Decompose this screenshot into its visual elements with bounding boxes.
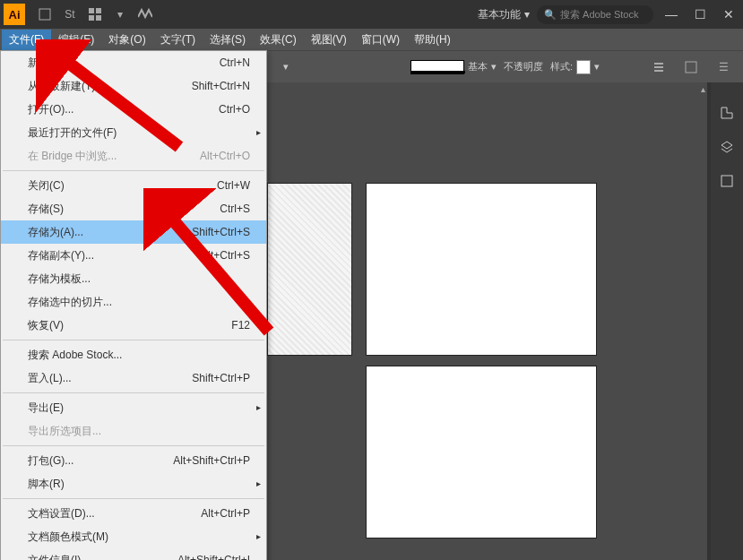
stroke-preview[interactable] [410,60,464,74]
gpu-icon[interactable] [134,4,156,25]
artboard-2[interactable] [366,183,597,356]
menu-item-label: 恢复(V) [28,317,64,333]
menu-item[interactable]: 最近打开的文件(F) [1,121,266,144]
chevron-down-icon[interactable]: ▾ [594,61,600,73]
menu-select[interactable]: 选择(S) [203,30,253,50]
svg-rect-1 [89,8,94,13]
scroll-up-icon[interactable]: ▴ [696,82,709,95]
menu-separator [3,445,264,446]
stock-icon[interactable]: St [59,4,81,25]
menu-separator [3,498,264,499]
workspace-label: 基本功能 [478,7,521,22]
options-icon[interactable]: ☰ [713,56,734,78]
menu-item-label: 导出所选项目... [28,423,101,439]
menu-item[interactable]: 打开(O)...Ctrl+O [1,98,266,121]
menu-item[interactable]: 文档颜色模式(M) [1,525,266,548]
menu-item-label: 存储(S) [28,201,64,217]
menu-item-label: 打开(O)... [28,101,73,117]
menu-item[interactable]: 关闭(C)Ctrl+W [1,174,266,197]
menu-item-shortcut: Ctrl+S [220,201,250,217]
more-icon[interactable]: ▾ [109,4,131,25]
menu-item[interactable]: 存储为模板... [1,267,266,290]
stock-search[interactable]: 🔍 搜索 Adobe Stock [537,5,653,24]
libraries-icon[interactable] [718,104,736,122]
menu-item-shortcut: Shift+Ctrl+P [192,370,250,386]
transform-icon[interactable] [680,56,702,78]
menu-item-label: 存储为(A)... [28,224,83,240]
menu-item-shortcut: Shift+Ctrl+S [192,224,250,240]
menu-item-shortcut: F12 [231,317,250,333]
bridge-icon[interactable] [34,4,56,25]
minimize-button[interactable]: — [661,5,682,23]
menu-item[interactable]: 存储选中的切片... [1,290,266,314]
menu-item-label: 搜索 Adobe Stock... [28,347,122,363]
menu-item-label: 关闭(C) [28,177,65,194]
menu-item[interactable]: 打包(G)...Alt+Shift+Ctrl+P [1,449,266,472]
artboards-icon[interactable] [718,172,736,190]
menu-help[interactable]: 帮助(H) [407,30,458,50]
menu-item[interactable]: 存储为(A)...Shift+Ctrl+S [1,220,266,244]
title-bar: Ai St ▾ 基本功能 ▾ 🔍 搜索 Adobe Stock — ☐ ✕ [0,0,743,29]
file-dropdown-menu: 新建(N)...Ctrl+N从模板新建(T)...Shift+Ctrl+N打开(… [0,50,267,560]
layers-icon[interactable] [718,138,736,156]
menu-edit[interactable]: 编辑(E) [51,30,101,50]
menu-item-label: 打包(G)... [28,452,73,469]
menu-item-label: 脚本(R) [28,476,65,492]
menu-item-shortcut: Alt+Ctrl+S [201,247,250,263]
svg-rect-8 [686,62,696,73]
menu-bar: 文件(F) 编辑(E) 对象(O) 文字(T) 选择(S) 效果(C) 视图(V… [0,29,743,50]
menu-item[interactable]: 恢复(V)F12 [1,314,266,337]
maximize-button[interactable]: ☐ [689,5,711,23]
align-icon[interactable] [648,56,670,78]
menu-item[interactable]: 脚本(R) [1,472,266,495]
workspace-selector[interactable]: 基本功能 ▾ [471,5,537,24]
svg-rect-9 [721,176,732,186]
menu-item: 在 Bridge 中浏览...Alt+Ctrl+O [1,144,266,168]
canvas[interactable] [267,82,707,560]
menu-object[interactable]: 对象(O) [101,30,152,50]
menu-type[interactable]: 文字(T) [153,30,203,50]
artboard-1[interactable] [267,183,352,356]
search-placeholder: 搜索 Adobe Stock [560,8,638,22]
chevron-down-icon: ▾ [524,8,530,21]
menu-item[interactable]: 存储(S)Ctrl+S [1,197,266,220]
menu-effect[interactable]: 效果(C) [253,30,304,50]
menu-item-shortcut: Ctrl+O [219,101,250,117]
menu-separator [3,170,264,171]
app-logo: Ai [4,4,25,25]
menu-separator [3,392,264,393]
svg-rect-3 [89,15,94,21]
menu-item[interactable]: 从模板新建(T)...Shift+Ctrl+N [1,74,266,98]
opacity-label: 不透明度 [504,60,543,73]
menu-item-shortcut: Shift+Ctrl+N [192,78,250,94]
dropdown-icon[interactable]: ▾ [283,61,289,73]
menu-view[interactable]: 视图(V) [304,30,354,50]
menu-item-label: 导出(E) [28,400,64,416]
artboard-3[interactable] [366,366,597,538]
menu-item-shortcut: Alt+Shift+Ctrl+P [173,452,250,469]
menu-item[interactable]: 文档设置(D)...Alt+Ctrl+P [1,502,266,525]
menu-item-shortcut: Alt+Shift+Ctrl+I [177,552,250,560]
menu-file[interactable]: 文件(F) [2,30,51,50]
menu-item[interactable]: 搜索 Adobe Stock... [1,343,266,366]
menu-item-label: 在 Bridge 中浏览... [28,148,117,164]
menu-item-shortcut: Ctrl+W [217,177,250,194]
menu-item: 导出所选项目... [1,419,266,443]
menu-item-label: 新建(N)... [28,55,73,71]
menu-item[interactable]: 置入(L)...Shift+Ctrl+P [1,366,266,390]
menu-item-shortcut: Alt+Ctrl+O [200,148,250,164]
arrange-icon[interactable] [84,4,106,25]
svg-rect-6 [654,66,663,68]
close-button[interactable]: ✕ [718,5,739,23]
menu-item-shortcut: Alt+Ctrl+P [201,505,250,521]
menu-item[interactable]: 存储副本(Y)...Alt+Ctrl+S [1,244,266,267]
menu-window[interactable]: 窗口(W) [354,30,407,50]
panel-dock [711,82,743,560]
menu-item-label: 存储选中的切片... [28,294,112,310]
search-icon: 🔍 [544,9,557,21]
chevron-down-icon[interactable]: ▾ [491,61,497,73]
style-swatch[interactable] [576,60,591,74]
menu-item[interactable]: 导出(E) [1,396,266,419]
menu-item[interactable]: 新建(N)...Ctrl+N [1,51,266,74]
menu-item[interactable]: 文件信息(I)...Alt+Shift+Ctrl+I [1,548,266,560]
